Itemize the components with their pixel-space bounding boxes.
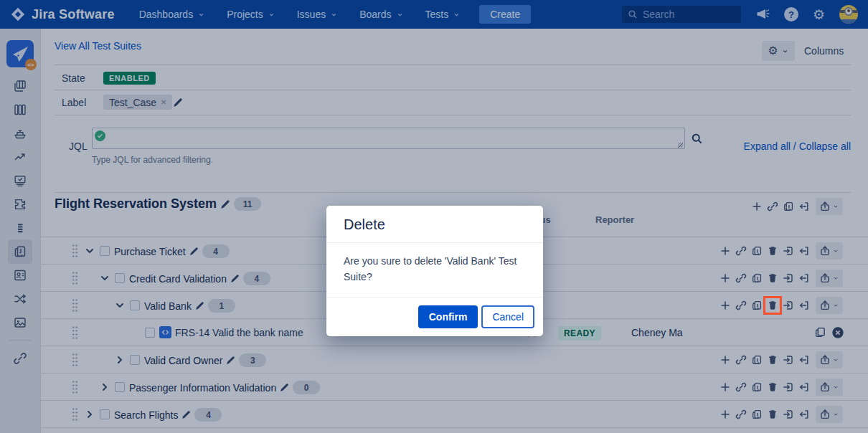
confirm-button[interactable]: Confirm — [418, 305, 478, 328]
target-annotation-box — [763, 296, 782, 315]
dialog-title: Delete — [326, 206, 543, 243]
delete-icon[interactable] — [767, 300, 778, 311]
delete-confirmation-dialog: Delete Are you sure to delete 'Valid Ban… — [326, 206, 543, 336]
cancel-button[interactable]: Cancel — [481, 305, 534, 328]
dialog-message: Are you sure to delete 'Valid Bank' Test… — [326, 243, 543, 298]
dialog-footer: Confirm Cancel — [326, 298, 543, 336]
